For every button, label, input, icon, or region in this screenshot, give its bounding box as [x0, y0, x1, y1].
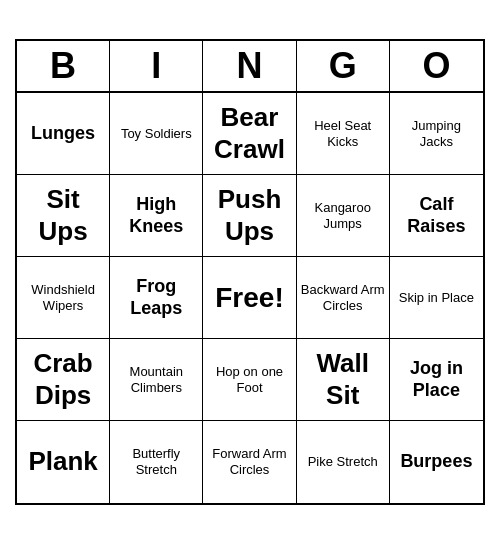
bingo-cell: Heel Seat Kicks	[297, 93, 390, 175]
cell-text: Push Ups	[207, 184, 291, 246]
bingo-cell: Crab Dips	[17, 339, 110, 421]
bingo-grid: LungesToy SoldiersBear CrawlHeel Seat Ki…	[17, 93, 483, 503]
bingo-cell: Free!	[203, 257, 296, 339]
cell-text: Butterfly Stretch	[114, 446, 198, 477]
header-letter: B	[17, 41, 110, 91]
cell-text: Heel Seat Kicks	[301, 118, 385, 149]
cell-text: Calf Raises	[394, 194, 479, 237]
cell-text: Mountain Climbers	[114, 364, 198, 395]
bingo-cell: Skip in Place	[390, 257, 483, 339]
bingo-cell: Frog Leaps	[110, 257, 203, 339]
cell-text: Jumping Jacks	[394, 118, 479, 149]
bingo-cell: Sit Ups	[17, 175, 110, 257]
cell-text: Kangaroo Jumps	[301, 200, 385, 231]
cell-text: Windshield Wipers	[21, 282, 105, 313]
header-letter: O	[390, 41, 483, 91]
cell-text: Pike Stretch	[308, 454, 378, 470]
bingo-cell: Toy Soldiers	[110, 93, 203, 175]
bingo-cell: Butterfly Stretch	[110, 421, 203, 503]
bingo-cell: Wall Sit	[297, 339, 390, 421]
bingo-cell: Jumping Jacks	[390, 93, 483, 175]
cell-text: Forward Arm Circles	[207, 446, 291, 477]
bingo-cell: Push Ups	[203, 175, 296, 257]
bingo-cell: Mountain Climbers	[110, 339, 203, 421]
bingo-header: BINGO	[17, 41, 483, 93]
cell-text: Toy Soldiers	[121, 126, 192, 142]
cell-text: Bear Crawl	[207, 102, 291, 164]
bingo-cell: Forward Arm Circles	[203, 421, 296, 503]
bingo-cell: Pike Stretch	[297, 421, 390, 503]
cell-text: Hop on one Foot	[207, 364, 291, 395]
cell-text: Free!	[215, 281, 283, 315]
bingo-cell: Hop on one Foot	[203, 339, 296, 421]
bingo-cell: Lunges	[17, 93, 110, 175]
cell-text: Frog Leaps	[114, 276, 198, 319]
bingo-cell: Backward Arm Circles	[297, 257, 390, 339]
cell-text: Jog in Place	[394, 358, 479, 401]
bingo-cell: Jog in Place	[390, 339, 483, 421]
header-letter: I	[110, 41, 203, 91]
bingo-card: BINGO LungesToy SoldiersBear CrawlHeel S…	[15, 39, 485, 505]
bingo-cell: Windshield Wipers	[17, 257, 110, 339]
cell-text: Burpees	[400, 451, 472, 473]
cell-text: Lunges	[31, 123, 95, 145]
cell-text: Skip in Place	[399, 290, 474, 306]
bingo-cell: Kangaroo Jumps	[297, 175, 390, 257]
cell-text: Plank	[28, 446, 97, 477]
bingo-cell: Bear Crawl	[203, 93, 296, 175]
header-letter: G	[297, 41, 390, 91]
bingo-cell: Plank	[17, 421, 110, 503]
bingo-cell: Burpees	[390, 421, 483, 503]
bingo-cell: High Knees	[110, 175, 203, 257]
cell-text: Wall Sit	[301, 348, 385, 410]
cell-text: Sit Ups	[21, 184, 105, 246]
cell-text: High Knees	[114, 194, 198, 237]
cell-text: Backward Arm Circles	[301, 282, 385, 313]
cell-text: Crab Dips	[21, 348, 105, 410]
header-letter: N	[203, 41, 296, 91]
bingo-cell: Calf Raises	[390, 175, 483, 257]
